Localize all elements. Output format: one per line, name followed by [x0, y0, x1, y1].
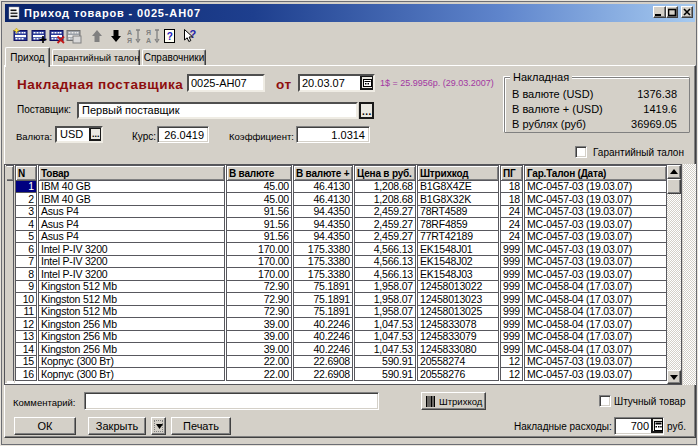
- svg-text:Я: Я: [127, 37, 132, 44]
- svg-text:?: ?: [190, 28, 197, 40]
- svg-text:А: А: [127, 29, 132, 36]
- svg-text:Я: Я: [146, 29, 151, 36]
- svg-text:?: ?: [167, 31, 173, 42]
- svg-text:А: А: [146, 37, 151, 44]
